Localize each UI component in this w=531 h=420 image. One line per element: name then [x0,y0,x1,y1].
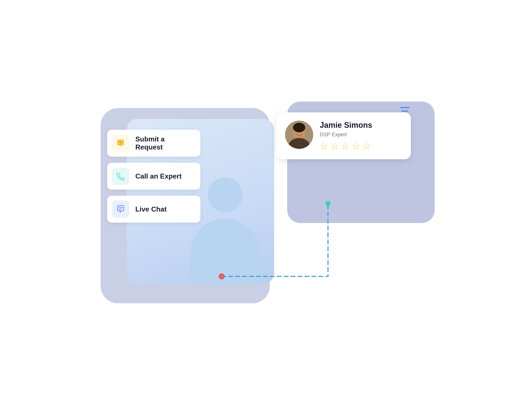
expert-card: Jamie Simons DSP Expert ☆ ☆ ☆ ☆ ☆ [276,112,411,159]
avatar [285,121,313,149]
expert-title: DSP Expert [320,132,402,137]
submit-request-label: Submit a Request [135,135,193,151]
accent-decoration [397,107,410,116]
avatar-image [285,121,313,149]
menu-container: ? Submit a Request Call an Expert [107,130,200,223]
live-chat-item[interactable]: Live Chat [107,196,200,223]
star-4: ☆ [352,141,360,151]
star-1: ☆ [320,141,328,151]
star-2: ☆ [330,141,339,151]
stars-row: ☆ ☆ ☆ ☆ ☆ [320,141,402,151]
star-3: ☆ [341,141,349,151]
expert-name: Jamie Simons [320,121,402,130]
live-chat-icon-wrapper [112,200,129,218]
submit-request-icon-wrapper: ? [112,135,129,152]
accent-lines-svg [397,107,410,115]
svg-text:?: ? [119,141,122,145]
expert-info: Jamie Simons DSP Expert ☆ ☆ ☆ ☆ ☆ [320,121,402,151]
svg-point-9 [293,123,305,132]
person-head [208,178,242,212]
live-chat-label: Live Chat [135,205,167,213]
person-body [191,219,260,284]
call-expert-item[interactable]: Call an Expert [107,163,200,190]
phone-icon [116,171,125,181]
question-bubble-icon: ? [116,138,125,148]
call-expert-label: Call an Expert [135,172,182,180]
star-5: ☆ [362,141,371,151]
call-expert-icon-wrapper [112,167,129,185]
chat-lines-icon [116,204,125,214]
submit-request-item[interactable]: ? Submit a Request [107,130,200,157]
